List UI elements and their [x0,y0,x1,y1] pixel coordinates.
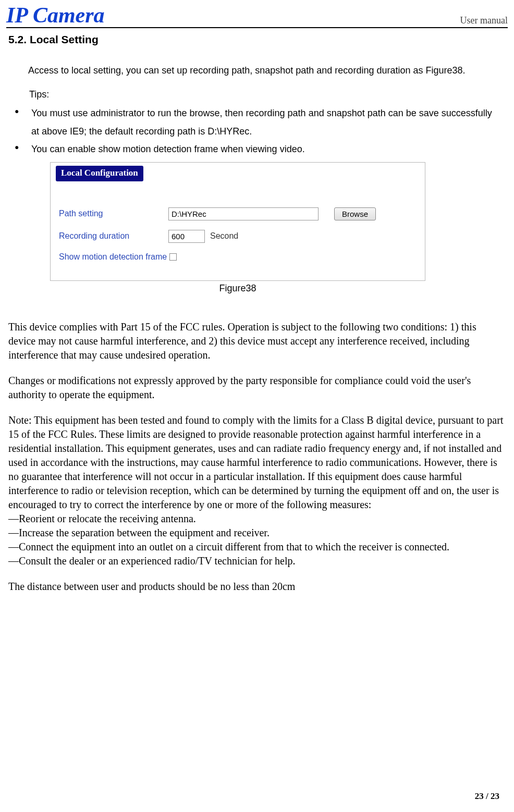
logo: IP Camera [6,4,105,26]
local-configuration-panel: Local Configuration Path setting Browse … [50,162,425,281]
header-subtitle: User manual [460,15,508,26]
section-number: 5.2. [8,33,27,45]
intro-text: Access to local setting, you can set up … [28,65,466,76]
motion-detection-checkbox[interactable] [169,253,177,261]
tips-list: You must use administrator to run the br… [13,104,501,158]
duration-input[interactable] [168,230,205,243]
page-header: IP Camera User manual [6,4,508,28]
browse-button[interactable]: Browse [334,207,376,220]
fcc-para-2: Changes or modifications not expressly a… [8,374,506,402]
motion-detection-label: Show motion detection frame [59,252,168,262]
fcc-measure-3: —Connect the equipment into an outlet on… [8,540,506,554]
second-unit-label: Second [210,231,238,241]
path-input[interactable] [168,207,319,220]
figure-caption: Figure38 [50,283,425,294]
fcc-measure-4: —Consult the dealer or an experienced ra… [8,554,506,568]
section-title-text: Local Setting [30,33,99,45]
fcc-body: This device complies with Part 15 of the… [8,320,506,594]
panel-title: Local Configuration [56,166,143,181]
fcc-para-3: Note: This equipment has been tested and… [8,413,506,512]
motion-detection-row: Show motion detection frame [59,252,417,262]
path-setting-label: Path setting [59,209,168,218]
section-heading: 5.2. Local Setting [8,33,508,46]
figure-wrapper: Local Configuration Path setting Browse … [50,162,425,294]
recording-duration-row: Recording duration Second [59,230,417,243]
recording-duration-label: Recording duration [59,231,168,241]
tip-item: You must use administrator to run the br… [13,104,501,140]
fcc-para-4: The distance between user and products s… [8,580,506,594]
path-setting-row: Path setting Browse [59,207,417,220]
page-number: 23 / 23 [475,791,499,802]
tip-item: You can enable show motion detection fra… [13,140,501,158]
intro-paragraph: Access to local setting, you can set up … [13,61,501,79]
fcc-measure-1: —Reorient or relocate the receiving ante… [8,512,506,526]
fcc-para-1: This device complies with Part 15 of the… [8,320,506,362]
tips-label: Tips: [29,85,508,103]
fcc-measure-2: —Increase the separation between the equ… [8,526,506,540]
